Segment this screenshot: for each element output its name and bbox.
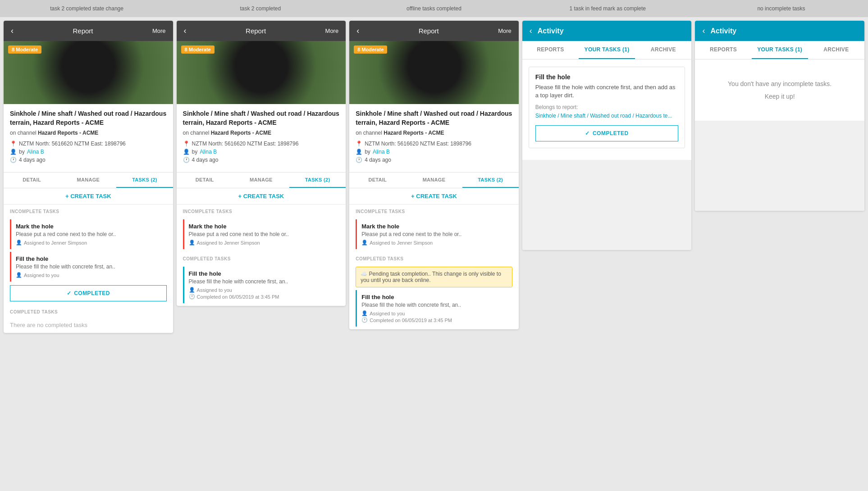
activity-tab-reports-4[interactable]: REPORTS [522, 41, 579, 59]
panel-3-tabs: DETAIL MANAGE TASKS (2) [349, 172, 519, 188]
user-icon: 👤 [10, 149, 17, 155]
user-icon-small-3: 👤 [189, 240, 195, 246]
task-desc-mark-hole-1: Please put a red cone next to the hole o… [16, 231, 162, 237]
panel-4: ‹ Activity REPORTS YOUR TASKS (1) ARCHIV… [522, 21, 692, 250]
activity-tab-archive-5[interactable]: ARCHIVE [808, 41, 864, 59]
task-item-fill-hole-2: Fill the hole Please fill the hole with … [183, 267, 340, 303]
tab-detail-3[interactable]: DETAIL [349, 173, 406, 188]
tab-manage-3[interactable]: MANAGE [406, 173, 462, 188]
panel-4-back-button[interactable]: ‹ [530, 26, 532, 36]
belongs-label-4: Belongs to report: [535, 104, 679, 110]
tab-manage-2[interactable]: MANAGE [233, 173, 289, 188]
task-title-mark-hole-3: Mark the hole [361, 223, 508, 230]
create-task-btn-3[interactable]: + CREATE TASK [349, 188, 519, 205]
panel-3-body: Sinkhole / Mine shaft / Washed out road … [349, 104, 519, 172]
panel-1-back-button[interactable]: ‹ [11, 26, 14, 36]
tab-manage-1[interactable]: MANAGE [60, 173, 116, 188]
panel-4-header: ‹ Activity [522, 21, 692, 41]
check-icon-1: ✓ [67, 290, 72, 296]
panel-1-body: Sinkhole / Mine shaft / Washed out road … [4, 104, 173, 172]
completed-btn-card-4[interactable]: ✓ COMPLETED [535, 125, 679, 141]
no-completed-text-1: There are no completed tasks [4, 317, 173, 333]
location-icon-3: 📍 [356, 141, 362, 147]
incomplete-tasks-label-2: INCOMPLETE TASKS [177, 205, 346, 217]
scenario-label-2: task 2 completed [174, 4, 347, 14]
panel-3-meta: 📍 NZTM North: 5616620 NZTM East: 1898796… [356, 141, 512, 163]
user-icon-small-5: 👤 [361, 240, 368, 246]
task-desc-fill-hole-3: Please fill the hole with concrete first… [361, 302, 508, 308]
task-title-mark-hole-2: Mark the hole [189, 223, 335, 230]
panel-2-report-title: Sinkhole / Mine shaft / Washed out road … [183, 109, 340, 127]
offline-warning-3: ☁️ Pending task completion.. This change… [356, 267, 512, 287]
clock-icon: 🕐 [10, 157, 17, 163]
task-assigned-mark-hole-2: 👤 Assigned to Jenner Simpson [189, 240, 335, 246]
panel-1-report-title: Sinkhole / Mine shaft / Washed out road … [10, 109, 167, 127]
task-item-mark-hole-1: Mark the hole Please put a red cone next… [10, 219, 167, 249]
panel-2-image: 8 Moderate [177, 41, 346, 104]
task-item-mark-hole-3: Mark the hole Please put a red cone next… [356, 219, 512, 249]
location-icon: 📍 [10, 141, 17, 147]
panel-1-more-button[interactable]: More [152, 27, 166, 34]
user-icon-3: 👤 [356, 149, 362, 155]
panel-5-gray-area [695, 121, 864, 211]
tab-tasks-3[interactable]: TASKS (2) [462, 173, 519, 188]
panel-3-more-button[interactable]: More [498, 27, 512, 34]
task-title-fill-hole-1: Fill the hole [16, 255, 162, 262]
task-card-title-4: Fill the hole [535, 73, 679, 81]
clock-icon-2: 🕐 [183, 157, 190, 163]
user-icon-small-6: 👤 [361, 310, 368, 316]
user-icon-small-4: 👤 [189, 287, 195, 293]
incomplete-tasks-label-3: INCOMPLETE TASKS [349, 205, 519, 217]
task-desc-mark-hole-3: Please put a red cone next to the hole o… [361, 231, 508, 237]
panel-4-title: Activity [538, 27, 564, 35]
create-task-btn-2[interactable]: + CREATE TASK [177, 188, 346, 205]
panel-1: ‹ Report More 8 Moderate Sinkhole / Mine… [4, 21, 173, 333]
panel-3: ‹ Report More 8 Moderate Sinkhole / Mine… [349, 21, 519, 329]
completed-btn-1[interactable]: ✓ COMPLETED [10, 285, 167, 301]
clock-icon-3: 🕐 [356, 157, 362, 163]
panel-5-no-tasks: You don't have any incomplete tasks. Kee… [695, 59, 864, 121]
scenario-label-5: no incomplete tasks [694, 4, 868, 14]
task-desc-fill-hole-1: Please fill the hole with concrete first… [16, 264, 162, 270]
activity-tab-archive-4[interactable]: ARCHIVE [635, 41, 691, 59]
panel-3-back-button[interactable]: ‹ [356, 26, 359, 36]
panel-5-header: ‹ Activity [695, 21, 864, 41]
create-task-btn-1[interactable]: + CREATE TASK [4, 188, 173, 205]
task-card-4: Fill the hole Please fill the hole with … [529, 67, 685, 148]
activity-tab-your-tasks-5[interactable]: YOUR TASKS (1) [752, 41, 808, 59]
panel-2-header: ‹ Report More [177, 21, 346, 41]
panel-1-tabs: DETAIL MANAGE TASKS (2) [4, 172, 173, 188]
task-item-fill-hole-1: Fill the hole Please fill the hole with … [10, 252, 167, 282]
author-link[interactable]: Alina B [27, 149, 44, 155]
panel-1-severity-badge: 8 Moderate [8, 45, 41, 54]
panel-3-title: Report [419, 27, 439, 35]
tab-tasks-1[interactable]: TASKS (2) [116, 173, 173, 188]
task-assigned-fill-hole-3: 👤 Assigned to you [361, 310, 508, 316]
completed-tasks-label-1: COMPLETED TASKS [4, 305, 173, 317]
author-link-2[interactable]: Alina B [200, 149, 217, 155]
panel-5-back-button[interactable]: ‹ [702, 26, 705, 36]
tab-detail-1[interactable]: DETAIL [4, 173, 60, 188]
belongs-link-4[interactable]: Sinkhole / Mine shaft / Washed out road … [535, 113, 672, 119]
scenario-labels-row: task 2 completed state change task 2 com… [0, 0, 868, 17]
scenario-label-3: offline tasks completed [347, 4, 521, 14]
panel-5-title: Activity [710, 27, 736, 35]
clock-icon-small: 🕐 [189, 294, 195, 300]
tab-detail-2[interactable]: DETAIL [177, 173, 233, 188]
task-completed-info-3: 🕐 Completed on 06/05/2019 at 3:45 PM [361, 317, 508, 323]
author-link-3[interactable]: Alina B [373, 149, 390, 155]
panel-2-severity-badge: 8 Moderate [181, 45, 215, 54]
location-icon-2: 📍 [183, 141, 190, 147]
activity-tab-reports-5[interactable]: REPORTS [695, 41, 751, 59]
panel-3-header: ‹ Report More [349, 21, 519, 41]
user-icon-2: 👤 [183, 149, 190, 155]
tab-tasks-2[interactable]: TASKS (2) [289, 173, 346, 188]
task-item-mark-hole-2: Mark the hole Please put a red cone next… [183, 219, 340, 249]
panel-2-more-button[interactable]: More [325, 27, 339, 34]
activity-tab-your-tasks-4[interactable]: YOUR TASKS (1) [579, 41, 635, 59]
panel-3-severity-badge: 8 Moderate [354, 45, 387, 54]
panel-2-back-button[interactable]: ‹ [184, 26, 187, 36]
task-card-desc-4: Please fill the hole with concrete first… [535, 83, 679, 100]
clock-icon-small-2: 🕐 [361, 317, 368, 323]
incomplete-tasks-label-1: INCOMPLETE TASKS [4, 205, 173, 217]
